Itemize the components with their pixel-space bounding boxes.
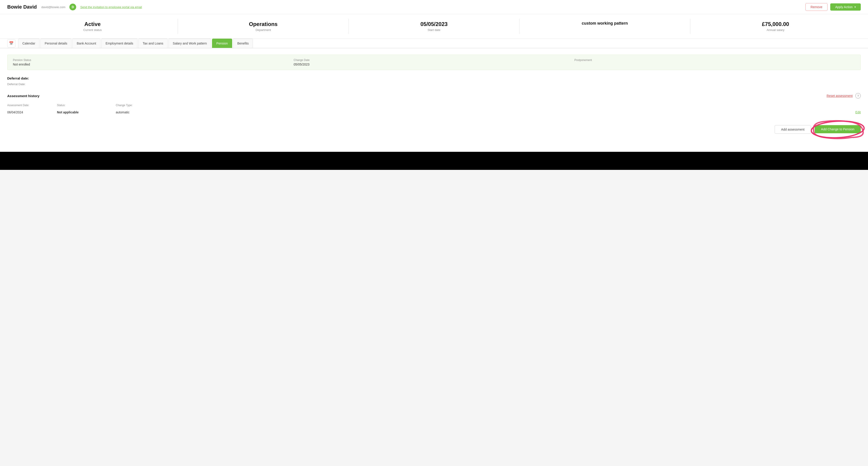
add-assessment-button[interactable]: Add assessment bbox=[775, 125, 811, 134]
pension-postponement-col: Postponement bbox=[575, 59, 855, 63]
tab-pension[interactable]: Pension bbox=[212, 39, 232, 48]
assessment-history-header: Assessment history Reset assessment ? bbox=[7, 93, 861, 98]
stat-status-value: Active bbox=[12, 21, 173, 27]
stat-salary: £75,000.00 Annual salary bbox=[690, 19, 861, 34]
avatar: D bbox=[69, 4, 76, 10]
pension-status-label: Pension Status bbox=[13, 59, 293, 62]
pension-change-date-label: Change Date bbox=[293, 59, 575, 62]
stat-department-value: Operations bbox=[182, 21, 344, 27]
stat-salary-label: Annual salary bbox=[695, 28, 856, 32]
assessment-history-actions: Reset assessment ? bbox=[827, 93, 861, 98]
pension-status-value: Not enrolled bbox=[13, 63, 293, 66]
pension-postponement-label: Postponement bbox=[575, 59, 855, 62]
assessment-date-col-header: Assessment Date: bbox=[7, 104, 29, 107]
header-actions: Remove Apply Action ▾ bbox=[805, 3, 861, 11]
tab-employment-details[interactable]: Employment details bbox=[101, 39, 137, 48]
stat-status: Active Current status bbox=[7, 19, 178, 34]
pension-change-date-col: Change Date 05/05/2023 bbox=[293, 59, 575, 66]
table-row: 06/04/2024 Not applicable automatic Edit bbox=[7, 108, 861, 116]
stat-salary-value: £75,000.00 bbox=[695, 21, 856, 27]
stat-start-date-label: Start date bbox=[353, 28, 515, 32]
calendar-icon: 📅 bbox=[9, 41, 13, 45]
stat-status-label: Current status bbox=[12, 28, 173, 32]
apply-action-button[interactable]: Apply Action ▾ bbox=[830, 3, 861, 11]
stat-department-label: Department bbox=[182, 28, 344, 32]
deferral-section-title: Deferral date: bbox=[7, 76, 861, 80]
pension-status-row: Pension Status Not enrolled Change Date … bbox=[7, 55, 861, 70]
assessment-date-value: 06/04/2024 bbox=[7, 110, 23, 114]
apply-action-label: Apply Action bbox=[835, 5, 852, 9]
tabs-bar: 📅 Calendar Personal details Bank Account… bbox=[0, 39, 868, 48]
chevron-down-icon: ▾ bbox=[855, 5, 856, 8]
deferral-section: Deferral date: Deferral Date: bbox=[7, 76, 861, 86]
tab-icon-calendar[interactable]: 📅 bbox=[7, 39, 16, 47]
employee-email: david@bowie.com bbox=[41, 5, 65, 9]
bottom-actions: Add assessment Add Change to Pension bbox=[7, 125, 861, 138]
invite-link[interactable]: Send the invitation to employee portal v… bbox=[80, 5, 142, 9]
stats-bar: Active Current status Operations Departm… bbox=[0, 14, 868, 39]
assessment-status-value: Not applicable bbox=[57, 110, 79, 114]
tab-salary-and-work-pattern[interactable]: Salary and Work pattern bbox=[168, 39, 211, 48]
main-content: Pension Status Not enrolled Change Date … bbox=[0, 48, 868, 152]
assessment-history-title: Assessment history bbox=[7, 94, 39, 98]
stat-start-date-value: 05/05/2023 bbox=[353, 21, 515, 27]
assessment-change-type-value: automatic bbox=[116, 110, 129, 114]
bottom-bar bbox=[0, 152, 868, 170]
edit-assessment-link[interactable]: Edit bbox=[855, 110, 861, 114]
tab-benefits[interactable]: Benefits bbox=[233, 39, 253, 48]
pension-change-date-value: 05/05/2023 bbox=[293, 63, 575, 66]
tab-bank-account[interactable]: Bank Account bbox=[72, 39, 100, 48]
stat-working-pattern: custom working pattern bbox=[520, 19, 690, 34]
stat-start-date: 05/05/2023 Start date bbox=[349, 19, 520, 34]
help-icon[interactable]: ? bbox=[855, 93, 861, 98]
remove-button[interactable]: Remove bbox=[805, 3, 828, 11]
header: Bowie David david@bowie.com D Send the i… bbox=[0, 0, 868, 14]
deferral-date-label: Deferral Date: bbox=[7, 82, 861, 86]
employee-name: Bowie David bbox=[7, 4, 37, 10]
add-change-to-pension-button[interactable]: Add Change to Pension bbox=[815, 125, 861, 133]
tab-personal-details[interactable]: Personal details bbox=[40, 39, 72, 48]
assessment-table-header: Assessment Date: Status: Change Type: bbox=[7, 103, 861, 107]
add-change-to-pension-container: Add Change to Pension bbox=[815, 125, 861, 134]
status-col-header: Status: bbox=[57, 104, 65, 107]
pension-status-col: Pension Status Not enrolled bbox=[13, 59, 293, 66]
change-type-col-header: Change Type: bbox=[116, 104, 133, 107]
reset-assessment-link[interactable]: Reset assessment bbox=[827, 94, 852, 98]
stat-working-pattern-value: custom working pattern bbox=[524, 21, 685, 26]
tab-tax-and-loans[interactable]: Tax and Loans bbox=[138, 39, 167, 48]
stat-department: Operations Department bbox=[178, 19, 348, 34]
tab-calendar[interactable]: Calendar bbox=[18, 39, 39, 48]
